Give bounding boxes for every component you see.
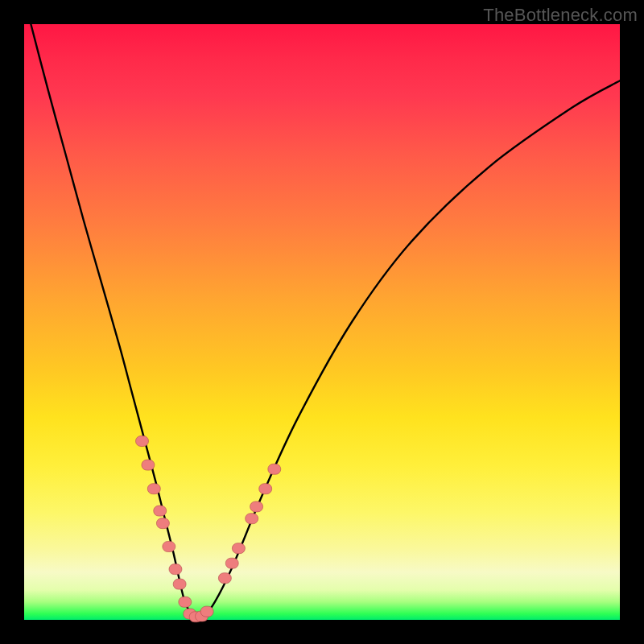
data-point-marker <box>232 543 245 554</box>
data-point-marker <box>163 541 175 551</box>
data-point-marker <box>179 597 192 607</box>
data-point-marker <box>147 484 160 494</box>
data-point-marker <box>154 506 167 516</box>
data-point-marker <box>218 573 231 584</box>
data-point-marker <box>250 502 263 512</box>
data-point-marker <box>200 606 213 617</box>
data-point-marker <box>259 484 272 494</box>
data-point-marker <box>136 436 149 447</box>
data-point-marker <box>156 518 169 529</box>
watermark-text: TheBottleneck.com <box>483 5 638 26</box>
chart-svg <box>24 24 620 620</box>
data-point-markers <box>136 436 281 622</box>
data-point-marker <box>225 558 238 568</box>
data-point-marker <box>169 564 182 575</box>
data-point-marker <box>268 464 281 474</box>
data-point-marker <box>142 460 155 470</box>
bottleneck-curve <box>30 21 620 618</box>
data-point-marker <box>246 514 258 524</box>
data-point-marker <box>173 579 186 589</box>
